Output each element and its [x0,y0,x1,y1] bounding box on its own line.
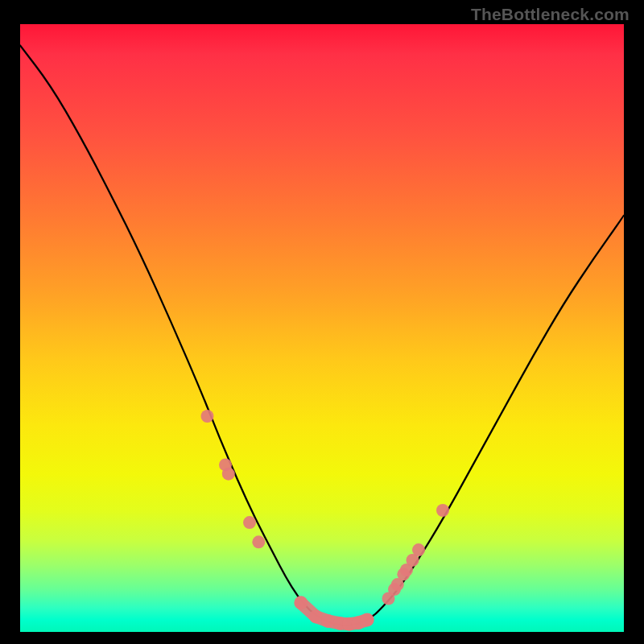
data-marker [321,614,335,628]
data-marker [361,613,374,626]
data-marker [412,543,425,556]
watermark-text: TheBottleneck.com [471,5,630,24]
bottleneck-curve [20,45,624,625]
chart-container: TheBottleneck.com [0,0,644,644]
data-marker [222,468,235,481]
data-marker [294,596,308,609]
curve-layer [20,45,624,625]
plot-area [20,24,624,632]
data-marker [243,516,256,529]
data-marker [252,535,265,548]
data-marker [201,410,214,423]
data-marker [309,610,323,624]
data-marker [436,504,449,517]
chart-svg [20,24,624,632]
marker-layer [201,410,450,631]
